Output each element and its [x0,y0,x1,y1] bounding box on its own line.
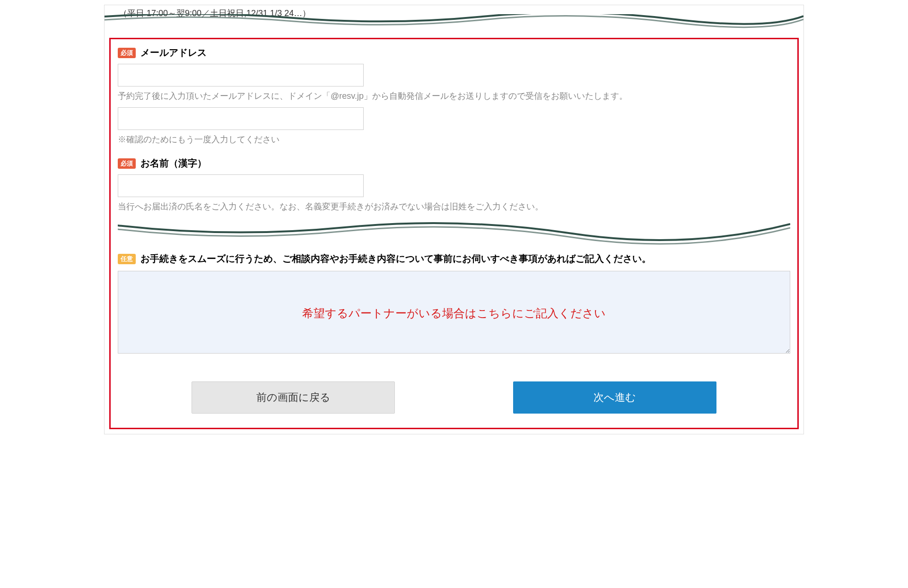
notes-label: お手続きをスムーズに行うため、ご相談内容やお手続き内容について事前にお伺いすべき… [140,252,651,265]
notes-group: 任意 お手続きをスムーズに行うため、ご相談内容やお手続き内容について事前にお伺い… [118,252,790,355]
name-help-text: 当行へお届出済の氏名をご入力ください。なお、名義変更手続きがお済みでない場合は旧… [118,201,790,212]
name-input[interactable] [118,174,364,197]
notes-textarea[interactable] [118,271,790,354]
page-container: （平日 17:00～翌9:00／土日祝日,12/31 1/3 24…） 必須 メ… [104,5,804,434]
email-confirm-input[interactable] [118,107,364,130]
notes-textarea-wrap: 希望するパートナーがいる場合はこちらにご記入ください [118,271,790,355]
email-help-text: 予約完了後に入力頂いたメールアドレスに、ドメイン「@resv.jp」から自動発信… [118,90,790,102]
email-label-row: 必須 メールアドレス [118,46,790,59]
name-label-row: 必須 お名前（漢字） [118,157,790,170]
form-section: 必須 メールアドレス 予約完了後に入力頂いたメールアドレスに、ドメイン「@res… [109,38,799,429]
email-input[interactable] [118,64,364,86]
optional-badge: 任意 [118,254,136,264]
email-label: メールアドレス [140,46,207,59]
back-button[interactable]: 前の画面に戻る [192,381,395,414]
name-label: お名前（漢字） [140,157,207,170]
required-badge: 必須 [118,48,136,58]
next-button[interactable]: 次へ進む [513,381,716,414]
button-row: 前の画面に戻る 次へ進む [118,381,790,414]
notes-label-row: 任意 お手続きをスムーズに行うため、ご相談内容やお手続き内容について事前にお伺い… [118,252,790,265]
email-confirm-help-text: ※確認のためにもう一度入力してください [118,134,790,145]
email-group: 必須 メールアドレス 予約完了後に入力頂いたメールアドレスに、ドメイン「@res… [118,46,790,145]
section-divider-top [105,14,803,33]
section-divider-mid [118,222,790,245]
required-badge: 必須 [118,158,136,169]
name-group: 必須 お名前（漢字） 当行へお届出済の氏名をご入力ください。なお、名義変更手続き… [118,157,790,212]
